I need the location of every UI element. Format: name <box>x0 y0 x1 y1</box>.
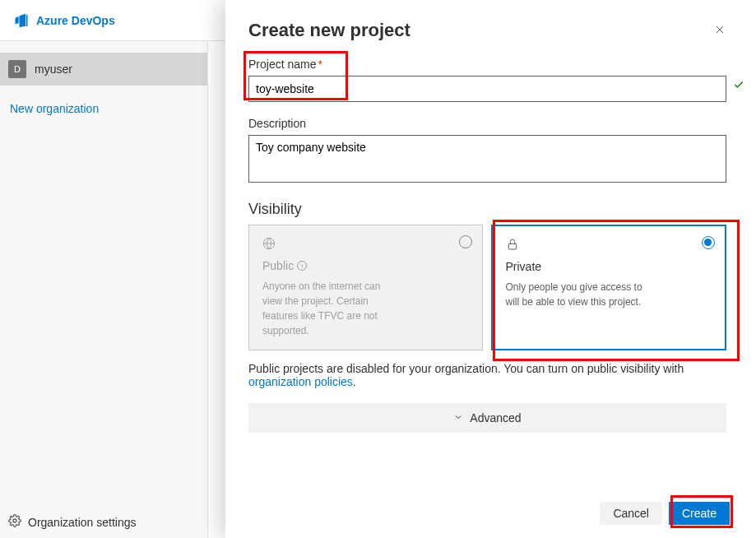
public-desc: Anyone on the internet can view the proj… <box>262 279 402 338</box>
svg-rect-5 <box>508 243 516 249</box>
brand-text[interactable]: Azure DevOps <box>36 14 115 27</box>
gear-icon <box>8 514 21 530</box>
create-project-panel: Create new project Project name* Descrip… <box>225 0 756 538</box>
new-organization-link[interactable]: New organization <box>0 86 207 132</box>
svg-point-0 <box>13 519 16 522</box>
description-label: Description <box>248 117 726 130</box>
sidebar-user-row[interactable]: D myuser <box>0 53 207 86</box>
private-title: Private <box>506 260 712 273</box>
organization-settings-link[interactable]: Organization settings <box>8 514 137 530</box>
description-field: Description Toy company website <box>248 117 726 186</box>
chevron-down-icon <box>453 411 463 424</box>
globe-icon <box>262 237 469 253</box>
azure-devops-icon <box>13 12 30 29</box>
project-name-label: Project name* <box>248 58 726 71</box>
create-button[interactable]: Create <box>669 502 730 525</box>
sidebar: D myuser New organization Organization s… <box>0 41 208 538</box>
radio-unchecked-icon <box>459 235 472 248</box>
cancel-button[interactable]: Cancel <box>600 502 662 525</box>
advanced-label: Advanced <box>470 411 521 424</box>
public-disabled-notice: Public projects are disabled for your or… <box>248 362 726 388</box>
close-icon[interactable] <box>713 20 726 40</box>
validation-check-icon <box>733 79 744 93</box>
avatar: D <box>8 60 26 78</box>
visibility-label: Visibility <box>248 201 726 218</box>
visibility-public-card: Public i Anyone on the internet can view… <box>248 225 483 350</box>
public-title: Public i <box>262 259 469 272</box>
private-desc: Only people you give access to will be a… <box>506 280 646 309</box>
org-settings-label: Organization settings <box>28 516 137 529</box>
lock-icon <box>506 238 712 253</box>
project-name-field: Project name* <box>248 58 726 102</box>
visibility-options: Public i Anyone on the internet can view… <box>248 225 726 350</box>
advanced-toggle[interactable]: Advanced <box>248 403 726 433</box>
panel-footer: Cancel Create <box>600 502 730 525</box>
radio-checked-icon <box>702 236 715 249</box>
description-input[interactable]: Toy company website <box>248 135 726 183</box>
user-name: myuser <box>35 63 72 76</box>
organization-policies-link[interactable]: organization policies <box>248 375 353 388</box>
visibility-private-card[interactable]: Private Only people you give access to w… <box>491 225 727 350</box>
info-icon: i <box>297 261 307 271</box>
project-name-input[interactable] <box>248 76 726 102</box>
panel-title: Create new project <box>248 20 410 41</box>
